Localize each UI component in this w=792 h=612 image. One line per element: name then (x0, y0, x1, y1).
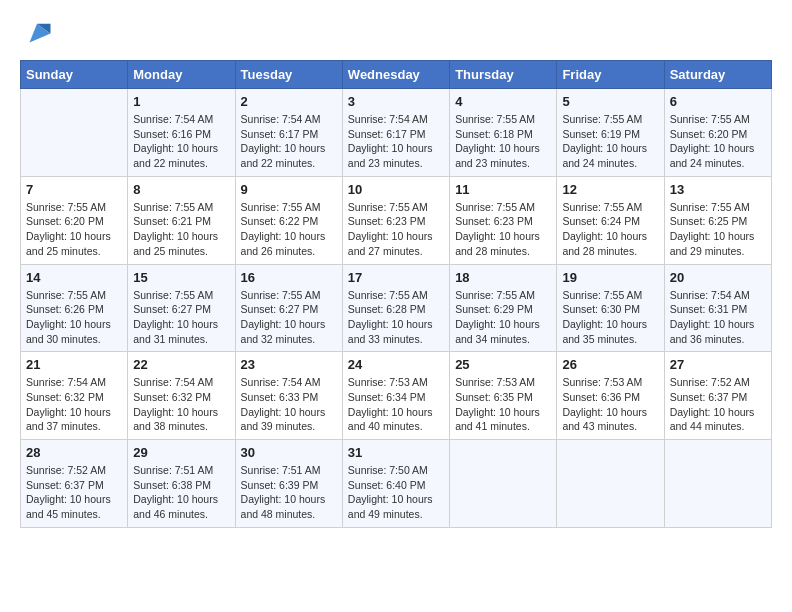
cell-content: Sunrise: 7:55 AM Sunset: 6:22 PM Dayligh… (241, 200, 337, 259)
calendar-day-header: Sunday (21, 61, 128, 89)
calendar-cell: 2Sunrise: 7:54 AM Sunset: 6:17 PM Daylig… (235, 89, 342, 177)
calendar-cell (664, 440, 771, 528)
cell-content: Sunrise: 7:55 AM Sunset: 6:23 PM Dayligh… (455, 200, 551, 259)
day-number: 28 (26, 445, 122, 460)
calendar-day-header: Wednesday (342, 61, 449, 89)
calendar-cell: 16Sunrise: 7:55 AM Sunset: 6:27 PM Dayli… (235, 264, 342, 352)
cell-content: Sunrise: 7:55 AM Sunset: 6:30 PM Dayligh… (562, 288, 658, 347)
calendar-day-header: Saturday (664, 61, 771, 89)
cell-content: Sunrise: 7:55 AM Sunset: 6:18 PM Dayligh… (455, 112, 551, 171)
cell-content: Sunrise: 7:53 AM Sunset: 6:36 PM Dayligh… (562, 375, 658, 434)
cell-content: Sunrise: 7:51 AM Sunset: 6:39 PM Dayligh… (241, 463, 337, 522)
day-number: 26 (562, 357, 658, 372)
calendar-cell: 17Sunrise: 7:55 AM Sunset: 6:28 PM Dayli… (342, 264, 449, 352)
day-number: 1 (133, 94, 229, 109)
day-number: 3 (348, 94, 444, 109)
calendar-cell: 12Sunrise: 7:55 AM Sunset: 6:24 PM Dayli… (557, 176, 664, 264)
calendar-cell: 6Sunrise: 7:55 AM Sunset: 6:20 PM Daylig… (664, 89, 771, 177)
day-number: 22 (133, 357, 229, 372)
calendar-cell: 15Sunrise: 7:55 AM Sunset: 6:27 PM Dayli… (128, 264, 235, 352)
calendar-week-row: 21Sunrise: 7:54 AM Sunset: 6:32 PM Dayli… (21, 352, 772, 440)
calendar-cell: 30Sunrise: 7:51 AM Sunset: 6:39 PM Dayli… (235, 440, 342, 528)
calendar-day-header: Thursday (450, 61, 557, 89)
day-number: 11 (455, 182, 551, 197)
cell-content: Sunrise: 7:54 AM Sunset: 6:32 PM Dayligh… (133, 375, 229, 434)
cell-content: Sunrise: 7:54 AM Sunset: 6:33 PM Dayligh… (241, 375, 337, 434)
day-number: 8 (133, 182, 229, 197)
calendar-cell: 11Sunrise: 7:55 AM Sunset: 6:23 PM Dayli… (450, 176, 557, 264)
logo-icon (22, 20, 52, 50)
cell-content: Sunrise: 7:55 AM Sunset: 6:29 PM Dayligh… (455, 288, 551, 347)
day-number: 21 (26, 357, 122, 372)
calendar-cell: 20Sunrise: 7:54 AM Sunset: 6:31 PM Dayli… (664, 264, 771, 352)
day-number: 17 (348, 270, 444, 285)
calendar-cell (21, 89, 128, 177)
day-number: 4 (455, 94, 551, 109)
cell-content: Sunrise: 7:55 AM Sunset: 6:26 PM Dayligh… (26, 288, 122, 347)
calendar-day-header: Friday (557, 61, 664, 89)
cell-content: Sunrise: 7:55 AM Sunset: 6:20 PM Dayligh… (670, 112, 766, 171)
calendar-cell: 24Sunrise: 7:53 AM Sunset: 6:34 PM Dayli… (342, 352, 449, 440)
calendar-cell: 21Sunrise: 7:54 AM Sunset: 6:32 PM Dayli… (21, 352, 128, 440)
day-number: 23 (241, 357, 337, 372)
day-number: 18 (455, 270, 551, 285)
day-number: 14 (26, 270, 122, 285)
cell-content: Sunrise: 7:54 AM Sunset: 6:17 PM Dayligh… (241, 112, 337, 171)
day-number: 9 (241, 182, 337, 197)
cell-content: Sunrise: 7:55 AM Sunset: 6:25 PM Dayligh… (670, 200, 766, 259)
day-number: 19 (562, 270, 658, 285)
calendar-cell: 19Sunrise: 7:55 AM Sunset: 6:30 PM Dayli… (557, 264, 664, 352)
day-number: 12 (562, 182, 658, 197)
calendar-cell: 27Sunrise: 7:52 AM Sunset: 6:37 PM Dayli… (664, 352, 771, 440)
calendar-cell (557, 440, 664, 528)
day-number: 25 (455, 357, 551, 372)
cell-content: Sunrise: 7:55 AM Sunset: 6:27 PM Dayligh… (133, 288, 229, 347)
calendar-cell: 31Sunrise: 7:50 AM Sunset: 6:40 PM Dayli… (342, 440, 449, 528)
cell-content: Sunrise: 7:55 AM Sunset: 6:27 PM Dayligh… (241, 288, 337, 347)
calendar-cell: 25Sunrise: 7:53 AM Sunset: 6:35 PM Dayli… (450, 352, 557, 440)
cell-content: Sunrise: 7:55 AM Sunset: 6:28 PM Dayligh… (348, 288, 444, 347)
cell-content: Sunrise: 7:52 AM Sunset: 6:37 PM Dayligh… (26, 463, 122, 522)
cell-content: Sunrise: 7:54 AM Sunset: 6:16 PM Dayligh… (133, 112, 229, 171)
day-number: 6 (670, 94, 766, 109)
logo (20, 20, 52, 50)
day-number: 13 (670, 182, 766, 197)
calendar-cell: 9Sunrise: 7:55 AM Sunset: 6:22 PM Daylig… (235, 176, 342, 264)
calendar-cell: 29Sunrise: 7:51 AM Sunset: 6:38 PM Dayli… (128, 440, 235, 528)
cell-content: Sunrise: 7:53 AM Sunset: 6:35 PM Dayligh… (455, 375, 551, 434)
cell-content: Sunrise: 7:55 AM Sunset: 6:21 PM Dayligh… (133, 200, 229, 259)
calendar-table: SundayMondayTuesdayWednesdayThursdayFrid… (20, 60, 772, 528)
day-number: 29 (133, 445, 229, 460)
day-number: 5 (562, 94, 658, 109)
cell-content: Sunrise: 7:50 AM Sunset: 6:40 PM Dayligh… (348, 463, 444, 522)
calendar-cell: 5Sunrise: 7:55 AM Sunset: 6:19 PM Daylig… (557, 89, 664, 177)
calendar-day-header: Tuesday (235, 61, 342, 89)
calendar-week-row: 14Sunrise: 7:55 AM Sunset: 6:26 PM Dayli… (21, 264, 772, 352)
cell-content: Sunrise: 7:51 AM Sunset: 6:38 PM Dayligh… (133, 463, 229, 522)
day-number: 7 (26, 182, 122, 197)
day-number: 20 (670, 270, 766, 285)
cell-content: Sunrise: 7:55 AM Sunset: 6:24 PM Dayligh… (562, 200, 658, 259)
day-number: 30 (241, 445, 337, 460)
calendar-cell: 10Sunrise: 7:55 AM Sunset: 6:23 PM Dayli… (342, 176, 449, 264)
cell-content: Sunrise: 7:52 AM Sunset: 6:37 PM Dayligh… (670, 375, 766, 434)
cell-content: Sunrise: 7:54 AM Sunset: 6:31 PM Dayligh… (670, 288, 766, 347)
calendar-cell: 26Sunrise: 7:53 AM Sunset: 6:36 PM Dayli… (557, 352, 664, 440)
cell-content: Sunrise: 7:55 AM Sunset: 6:20 PM Dayligh… (26, 200, 122, 259)
calendar-week-row: 1Sunrise: 7:54 AM Sunset: 6:16 PM Daylig… (21, 89, 772, 177)
calendar-header-row: SundayMondayTuesdayWednesdayThursdayFrid… (21, 61, 772, 89)
calendar-cell: 18Sunrise: 7:55 AM Sunset: 6:29 PM Dayli… (450, 264, 557, 352)
calendar-cell: 14Sunrise: 7:55 AM Sunset: 6:26 PM Dayli… (21, 264, 128, 352)
page-header (20, 20, 772, 50)
day-number: 2 (241, 94, 337, 109)
cell-content: Sunrise: 7:54 AM Sunset: 6:32 PM Dayligh… (26, 375, 122, 434)
calendar-cell: 8Sunrise: 7:55 AM Sunset: 6:21 PM Daylig… (128, 176, 235, 264)
day-number: 31 (348, 445, 444, 460)
calendar-cell: 23Sunrise: 7:54 AM Sunset: 6:33 PM Dayli… (235, 352, 342, 440)
day-number: 16 (241, 270, 337, 285)
calendar-cell (450, 440, 557, 528)
calendar-week-row: 28Sunrise: 7:52 AM Sunset: 6:37 PM Dayli… (21, 440, 772, 528)
calendar-cell: 3Sunrise: 7:54 AM Sunset: 6:17 PM Daylig… (342, 89, 449, 177)
day-number: 27 (670, 357, 766, 372)
cell-content: Sunrise: 7:55 AM Sunset: 6:19 PM Dayligh… (562, 112, 658, 171)
